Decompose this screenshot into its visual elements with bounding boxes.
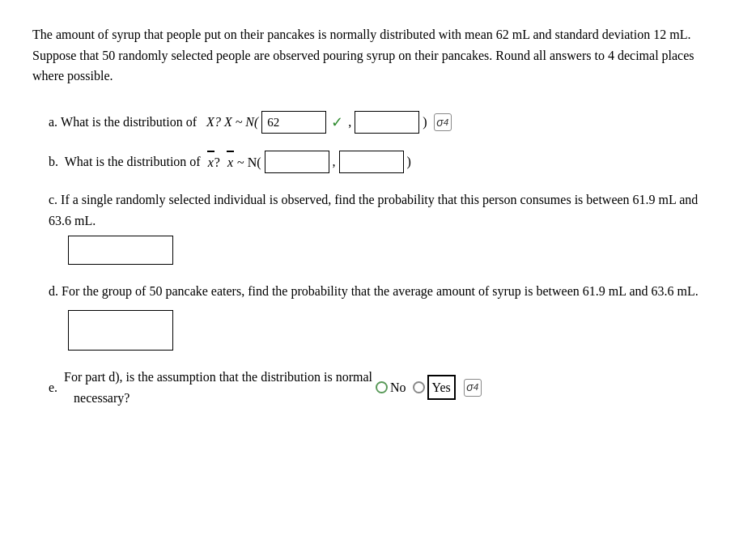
- part-d-input-row: [68, 310, 724, 351]
- radio-no-button[interactable]: [376, 381, 388, 393]
- part-d-answer-input[interactable]: [68, 310, 173, 351]
- part-d: d. For the group of 50 pancake eaters, f…: [49, 281, 724, 351]
- radio-yes-text: Yes: [427, 375, 456, 401]
- part-c: c. If a single randomly selected individ…: [49, 189, 724, 265]
- part-a-hint-icon[interactable]: σ4: [434, 113, 452, 131]
- part-a-checkmark: ✓: [331, 111, 343, 134]
- radio-yes-label[interactable]: Yes: [413, 375, 456, 401]
- part-b-xbar: x? x ~ N(: [207, 151, 261, 174]
- part-b-text: What is the distribution of: [62, 151, 204, 172]
- part-b-mean-input[interactable]: [265, 151, 329, 173]
- part-a-var: X? X ~ N(: [206, 112, 258, 133]
- part-a-row: a. What is the distribution of X? X ~ N(…: [49, 111, 724, 134]
- part-b: b. What is the distribution of x? x ~ N(…: [49, 151, 724, 174]
- part-b-label: b.: [49, 151, 58, 172]
- intro-text: The amount of syrup that people put on t…: [32, 28, 694, 83]
- part-a-comma: ,: [348, 112, 351, 133]
- part-a-label: a.: [49, 112, 57, 133]
- part-c-input-row: [68, 236, 724, 265]
- part-a-space: [200, 112, 203, 133]
- part-e-label: e.: [49, 377, 57, 398]
- parts-container: a. What is the distribution of X? X ~ N(…: [49, 111, 724, 408]
- part-a-mean-input[interactable]: [261, 111, 326, 134]
- part-d-text-block: d. For the group of 50 pancake eaters, f…: [49, 281, 724, 302]
- problem-intro: The amount of syrup that people put on t…: [32, 24, 724, 87]
- part-b-close: ): [407, 151, 411, 172]
- part-c-text-block: c. If a single randomly selected individ…: [49, 189, 724, 231]
- part-e-row: e. For part d), is the assumption that t…: [49, 367, 724, 408]
- radio-no-label[interactable]: No: [376, 377, 406, 398]
- part-a-close-paren: ): [423, 112, 427, 133]
- part-d-text: For the group of 50 pancake eaters, find…: [62, 284, 699, 298]
- part-b-sd-input[interactable]: [339, 151, 404, 173]
- part-e-text: For part d), is the assumption that the …: [61, 367, 372, 408]
- part-e: e. For part d), is the assumption that t…: [49, 367, 724, 408]
- part-b-row: b. What is the distribution of x? x ~ N(…: [49, 151, 724, 174]
- part-a-sd-input[interactable]: [355, 111, 419, 134]
- xbar-symbol: x: [207, 151, 214, 173]
- part-c-text: If a single randomly selected individual…: [49, 193, 698, 227]
- radio-no-text: No: [390, 377, 406, 398]
- part-c-answer-input[interactable]: [68, 236, 173, 265]
- part-a: a. What is the distribution of X? X ~ N(…: [49, 111, 724, 134]
- part-e-hint-icon[interactable]: σ4: [464, 379, 482, 397]
- part-d-label: d.: [49, 284, 58, 298]
- part-c-label: c.: [49, 193, 57, 206]
- xbar-dist: x: [227, 151, 234, 173]
- radio-yes-button[interactable]: [413, 381, 425, 393]
- part-a-text: What is the distribution of: [61, 112, 197, 133]
- part-b-comma: ,: [333, 151, 336, 172]
